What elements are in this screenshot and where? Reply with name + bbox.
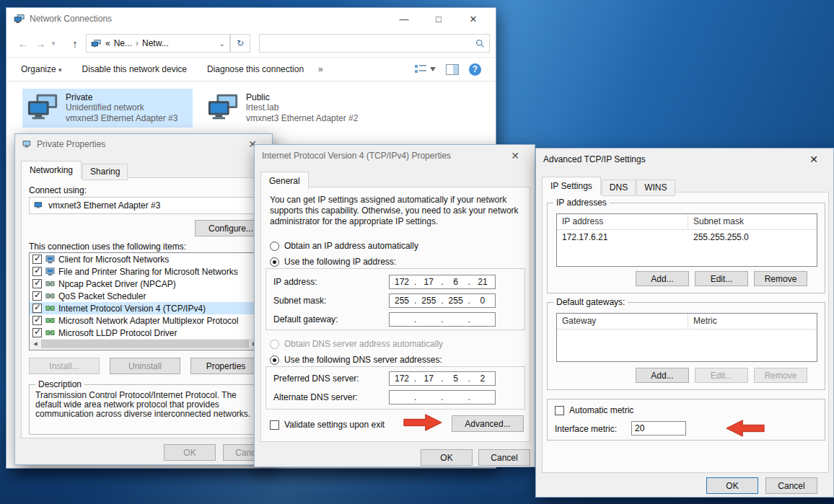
radio-obtain-ip[interactable]: Obtain an IP address automatically xyxy=(270,241,418,251)
close-icon[interactable]: ✕ xyxy=(503,146,527,165)
column-metric[interactable]: Metric xyxy=(688,314,817,329)
ok-button[interactable]: OK xyxy=(421,449,473,466)
chevron-down-icon[interactable]: ⌄ xyxy=(219,40,225,48)
remove-ip-button[interactable]: Remove xyxy=(754,271,807,286)
radio-icon[interactable] xyxy=(270,340,279,349)
minimize-button[interactable]: — xyxy=(389,8,419,30)
checkbox[interactable] xyxy=(32,255,42,264)
install-button[interactable]: Install... xyxy=(29,358,100,374)
default-gateway-field[interactable]: . . . xyxy=(389,312,496,327)
search-box[interactable] xyxy=(259,34,490,53)
radio-icon[interactable] xyxy=(270,257,279,267)
up-icon[interactable]: ↑ xyxy=(67,34,83,53)
radio-icon[interactable] xyxy=(270,355,279,365)
checkbox[interactable] xyxy=(32,279,42,288)
add-ip-button[interactable]: Add... xyxy=(636,271,689,286)
radio-use-dns[interactable]: Use the following DNS server addresses: xyxy=(270,355,442,365)
ip-addresses-listview[interactable]: IP address Subnet mask 172.17.6.21 255.2… xyxy=(556,213,817,267)
connection-item-public[interactable]: Public lrtest.lab vmxnet3 Ethernet Adapt… xyxy=(203,89,373,128)
view-options-icon[interactable] xyxy=(414,63,436,75)
connection-item-private[interactable]: Private Unidentified network vmxnet3 Eth… xyxy=(22,89,193,128)
column-subnet-mask[interactable]: Subnet mask xyxy=(688,214,817,229)
tab-wins[interactable]: WINS xyxy=(636,180,675,196)
breadcrumb-crumb-network[interactable]: Ne... xyxy=(114,38,132,48)
dialog-titlebar[interactable]: Internet Protocol Version 4 (TCP/IPv4) P… xyxy=(255,145,535,167)
preview-pane-icon[interactable] xyxy=(446,64,459,75)
tab-sharing[interactable]: Sharing xyxy=(82,164,128,180)
list-item[interactable]: Microsoft LLDP Protocol Driver xyxy=(30,327,260,339)
automatic-metric-checkbox[interactable]: Automatic metric xyxy=(555,405,633,415)
ipv4-properties-dialog: Internet Protocol Version 4 (TCP/IPv4) P… xyxy=(254,144,535,467)
tab-dns[interactable]: DNS xyxy=(602,180,636,196)
description-group: Description Transmission Control Protoco… xyxy=(29,384,261,435)
diagnose-command[interactable]: Diagnose this connection xyxy=(207,64,304,74)
close-icon[interactable]: ✕ xyxy=(802,150,826,169)
breadcrumb-overflow[interactable]: « xyxy=(105,38,110,48)
item-properties-button[interactable]: Properties xyxy=(190,358,261,374)
edit-ip-button[interactable]: Edit... xyxy=(695,271,748,286)
validate-checkbox[interactable]: Validate settings upon exit xyxy=(270,420,385,430)
dialog-titlebar[interactable]: Advanced TCP/IP Settings ✕ xyxy=(536,149,833,170)
checkbox[interactable] xyxy=(270,420,279,430)
dialog-titlebar[interactable]: Private Properties ✕ xyxy=(15,134,272,154)
cancel-button[interactable]: Cancel xyxy=(478,449,530,466)
radio-label: Use the following IP address: xyxy=(284,257,396,267)
close-button[interactable]: ✕ xyxy=(458,8,488,30)
breadcrumb-crumb-connections[interactable]: Netw... xyxy=(142,38,169,48)
networking-tab-panel: Connect using: vmxnet3 Ethernet Adapter … xyxy=(21,177,268,438)
tab-ip-settings[interactable]: IP Settings xyxy=(542,177,601,195)
forward-icon[interactable]: → xyxy=(32,34,48,53)
preferred-dns-field[interactable]: 172. 17. 5. 2 xyxy=(389,371,496,386)
disable-device-command[interactable]: Disable this network device xyxy=(82,64,187,74)
list-item[interactable]: QoS Packet Scheduler xyxy=(30,290,260,302)
list-item[interactable]: Client for Microsoft Networks xyxy=(30,253,260,265)
column-ip-address[interactable]: IP address xyxy=(557,214,688,229)
refresh-button[interactable]: ↻ xyxy=(230,34,250,53)
cancel-button[interactable]: Cancel xyxy=(765,477,817,494)
listview-row[interactable]: 172.17.6.21 255.255.255.0 xyxy=(557,230,817,244)
tab-networking[interactable]: Networking xyxy=(21,161,82,180)
toolbar-overflow-icon[interactable]: » xyxy=(318,64,323,74)
checkbox[interactable] xyxy=(32,328,42,337)
list-item[interactable]: File and Printer Sharing for Microsoft N… xyxy=(30,265,260,278)
back-icon[interactable]: ← xyxy=(15,34,31,53)
recent-locations-icon[interactable]: ▾ xyxy=(48,34,58,53)
list-item[interactable]: Npcap Packet Driver (NPCAP) xyxy=(30,278,260,290)
edit-gateway-button[interactable]: Edit... xyxy=(695,368,748,383)
advanced-button[interactable]: Advanced... xyxy=(452,415,524,432)
organize-menu[interactable]: Organize ▾ xyxy=(21,64,62,74)
uninstall-button[interactable]: Uninstall xyxy=(110,358,180,374)
radio-use-ip[interactable]: Use the following IP address: xyxy=(270,257,396,267)
interface-metric-input[interactable] xyxy=(631,421,686,436)
checkbox[interactable] xyxy=(32,291,42,301)
add-gateway-button[interactable]: Add... xyxy=(636,368,689,383)
ok-button[interactable]: OK xyxy=(164,444,216,461)
checkbox[interactable] xyxy=(32,267,42,276)
search-icon[interactable] xyxy=(475,39,485,48)
alternate-dns-field[interactable]: . . . xyxy=(389,390,496,404)
window-title: Network Connections xyxy=(30,14,385,24)
scrollbar-thumb[interactable] xyxy=(41,340,249,348)
scroll-left-icon[interactable]: ◀ xyxy=(30,339,40,349)
help-icon[interactable]: ? xyxy=(469,63,481,76)
subnet-mask-field[interactable]: 255. 255. 255. 0 xyxy=(389,293,496,308)
ok-button[interactable]: OK xyxy=(706,477,758,494)
checkbox[interactable] xyxy=(555,406,564,415)
connection-items-list[interactable]: Client for Microsoft Networks File and P… xyxy=(29,252,261,350)
checkbox[interactable] xyxy=(32,304,42,313)
search-input[interactable] xyxy=(264,38,475,48)
remove-gateway-button[interactable]: Remove xyxy=(754,368,807,383)
list-item[interactable]: Microsoft Network Adapter Multiplexor Pr… xyxy=(30,314,260,327)
tab-general[interactable]: General xyxy=(260,172,309,190)
radio-obtain-dns[interactable]: Obtain DNS server address automatically xyxy=(270,339,443,349)
radio-icon[interactable] xyxy=(270,242,279,251)
ip-address-field[interactable]: 172. 17. 6. 21 xyxy=(389,275,496,289)
maximize-button[interactable]: □ xyxy=(423,8,454,30)
breadcrumb[interactable]: « Ne... › Netw... ⌄ xyxy=(86,34,230,53)
checkbox[interactable] xyxy=(32,316,42,325)
column-gateway[interactable]: Gateway xyxy=(557,314,688,329)
horizontal-scrollbar[interactable]: ◀ ▶ xyxy=(30,339,260,349)
list-item-selected[interactable]: Internet Protocol Version 4 (TCP/IPv4) xyxy=(30,302,260,314)
window-titlebar[interactable]: Network Connections — □ ✕ xyxy=(6,8,496,30)
gateways-listview[interactable]: Gateway Metric xyxy=(556,313,817,362)
